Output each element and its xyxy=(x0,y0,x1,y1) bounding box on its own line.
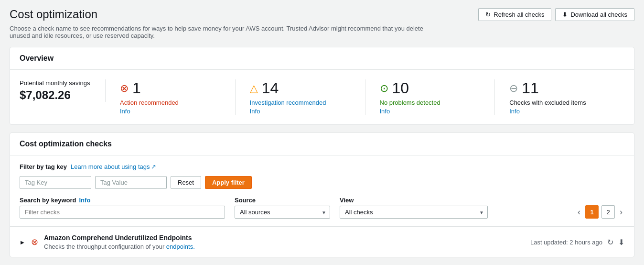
check-title: Amazon Comprehend Underutilized Endpoint… xyxy=(44,234,525,242)
header-actions: ↻ Refresh all checks ⬇ Download all chec… xyxy=(478,8,634,21)
stat-count-row-2: ⊙ 10 xyxy=(380,79,481,97)
stat-label-0: Action recommended xyxy=(120,99,221,106)
pagination-next-button[interactable]: › xyxy=(618,206,624,218)
learn-tags-link[interactable]: Learn more about using tags ↗ xyxy=(71,163,157,170)
pagination: ‹ 1 2 › xyxy=(576,205,624,219)
stat-count-3: 11 xyxy=(522,79,539,97)
check-description-link[interactable]: endpoints. xyxy=(166,243,195,250)
stat-icon-0: ⊗ xyxy=(120,82,129,95)
pagination-prev-button[interactable]: ‹ xyxy=(576,206,582,218)
download-icon: ⬇ xyxy=(562,11,568,18)
download-checks-button[interactable]: ⬇ Download all checks xyxy=(555,8,634,21)
stat-item-2: ⊙ 10 No problems detected Info xyxy=(365,79,495,115)
stat-info-link-2[interactable]: Info xyxy=(380,108,390,115)
search-info-link[interactable]: Info xyxy=(79,197,91,204)
page-description: Choose a check name to see recommendatio… xyxy=(10,25,440,39)
checks-header: Cost optimization checks xyxy=(10,133,634,155)
stat-info-link-3[interactable]: Info xyxy=(509,108,520,115)
stat-label-2: No problems detected xyxy=(380,99,481,106)
stat-icon-2: ⊙ xyxy=(380,82,388,95)
overview-body: Potential monthly savings $7,082.26 ⊗ 1 … xyxy=(10,70,634,124)
stats-grid: ⊗ 1 Action recommended Info △ 14 Investi… xyxy=(106,79,624,115)
savings-amount: $7,082.26 xyxy=(20,88,91,102)
check-meta: Last updated: 2 hours ago ↻ ⬇ xyxy=(530,238,624,247)
search-filter-row: Search by keyword Info Source All source… xyxy=(20,197,624,219)
stat-count-row-3: ⊖ 11 xyxy=(509,79,610,97)
check-download-icon[interactable]: ⬇ xyxy=(618,238,624,247)
page-header: Cost optimization ↻ Refresh all checks ⬇… xyxy=(10,8,634,21)
filter-tag-label: Filter by tag key xyxy=(20,163,67,170)
keyword-search-input[interactable] xyxy=(20,206,225,219)
source-label: Source xyxy=(235,197,330,204)
check-list-item: ▶ ⊗ Amazon Comprehend Underutilized Endp… xyxy=(10,227,634,257)
stat-count-0: 1 xyxy=(132,79,141,97)
external-link-icon: ↗ xyxy=(151,163,156,170)
reset-button[interactable]: Reset xyxy=(171,176,201,189)
refresh-checks-button[interactable]: ↻ Refresh all checks xyxy=(478,8,551,21)
tag-value-input[interactable] xyxy=(95,176,167,189)
source-group: Source All sources AWS Third-party ▼ xyxy=(235,197,330,219)
tag-inputs-row: Reset Apply filter xyxy=(20,176,624,189)
check-status-icon: ⊗ xyxy=(31,237,38,247)
stat-item-0: ⊗ 1 Action recommended Info xyxy=(106,79,236,115)
view-select-wrapper: All checks Action recommended Investigat… xyxy=(340,206,488,219)
tag-key-input[interactable] xyxy=(20,176,91,189)
refresh-icon: ↻ xyxy=(485,11,491,18)
page-title: Cost optimization xyxy=(10,8,97,21)
stat-label-3: Checks with excluded items xyxy=(509,99,610,106)
source-select-wrapper: All sources AWS Third-party ▼ xyxy=(235,206,330,219)
stat-info-link-1[interactable]: Info xyxy=(250,108,260,115)
stat-count-1: 14 xyxy=(262,79,279,97)
checks-list: ▶ ⊗ Amazon Comprehend Underutilized Endp… xyxy=(10,227,634,257)
overview-card: Overview Potential monthly savings $7,08… xyxy=(10,47,634,125)
stat-count-row-0: ⊗ 1 xyxy=(120,79,221,97)
search-group: Search by keyword Info xyxy=(20,197,225,219)
stat-label-1: Investigation recommended xyxy=(250,99,351,106)
view-label: View xyxy=(340,197,488,204)
stat-info-link-0[interactable]: Info xyxy=(120,108,130,115)
stat-count-2: 10 xyxy=(392,79,409,97)
view-select[interactable]: All checks Action recommended Investigat… xyxy=(340,206,488,219)
pagination-page-2-button[interactable]: 2 xyxy=(601,205,615,219)
check-description: Checks the throughput configuration of y… xyxy=(44,243,525,250)
view-group: View All checks Action recommended Inves… xyxy=(340,197,488,219)
checks-card: Cost optimization checks Filter by tag k… xyxy=(10,132,634,257)
stat-icon-3: ⊖ xyxy=(509,82,518,95)
savings-section: Potential monthly savings $7,082.26 xyxy=(20,79,106,102)
check-last-updated: Last updated: 2 hours ago xyxy=(530,239,602,246)
apply-filter-button[interactable]: Apply filter xyxy=(205,176,252,189)
checks-filters: Filter by tag key Learn more about using… xyxy=(10,155,634,227)
source-select[interactable]: All sources AWS Third-party xyxy=(235,206,330,219)
stat-icon-1: △ xyxy=(250,82,258,95)
savings-label: Potential monthly savings xyxy=(20,79,91,87)
check-refresh-icon[interactable]: ↻ xyxy=(607,238,613,247)
stat-item-1: △ 14 Investigation recommended Info xyxy=(236,79,365,115)
stat-item-3: ⊖ 11 Checks with excluded items Info xyxy=(495,79,624,115)
stat-count-row-1: △ 14 xyxy=(250,79,351,97)
search-label: Search by keyword Info xyxy=(20,197,225,204)
tag-filter-row: Filter by tag key Learn more about using… xyxy=(20,163,624,170)
pagination-page-1-button[interactable]: 1 xyxy=(585,205,599,219)
overview-header: Overview xyxy=(10,47,634,70)
check-expand-icon[interactable]: ▶ xyxy=(20,239,25,246)
check-title-col: Amazon Comprehend Underutilized Endpoint… xyxy=(44,234,525,250)
